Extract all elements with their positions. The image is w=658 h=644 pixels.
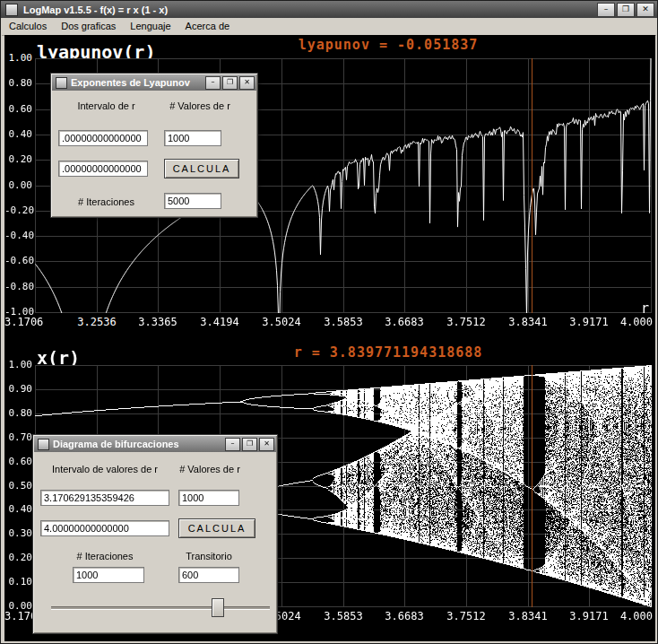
y-tick-label: 0.40 [4,503,32,516]
menubar: Calculos Dos graficas Lenguaje Acerca de [2,18,656,36]
y-tick-label: -0.60 [4,255,32,267]
x-tick-label: 3.6683 [377,610,431,622]
maximize-icon[interactable]: ❐ [242,438,257,451]
r-to-field[interactable] [58,161,148,177]
maximize-icon[interactable]: ❐ [222,76,238,90]
close-icon[interactable]: ✕ [239,76,255,90]
x-tick-label: 3.2536 [70,316,124,328]
x-tick-label: 4.000 [599,610,653,622]
r-slider[interactable] [51,596,270,618]
nvalues-label: # Valores de r [175,464,245,474]
bifurcation-dialog-titlebar[interactable]: Diagrama de bifurcaciones – ❐ ✕ [34,436,276,452]
lyapunov-xlabel: r [641,300,649,317]
calcula-button[interactable]: CALCULA [178,518,255,538]
r-to-field[interactable] [40,520,169,536]
r-from-field[interactable] [58,130,148,146]
nvalues-field[interactable] [164,130,221,146]
y-tick-label: 0.80 [4,407,32,420]
lyapunov-dialog: Exponentes de Lyapunov – ❐ ✕ Intervalo d… [50,73,258,218]
x-tick-label: 4.000 [599,316,653,328]
y-tick-label: 0.70 [4,431,32,444]
y-tick-label: -0.80 [4,281,32,293]
y-tick-label: 0.40 [4,128,32,141]
nvalues-field[interactable] [178,490,239,506]
x-tick-label: 3.5853 [316,610,370,622]
lyapunov-dialog-title: Exponentes de Lyapunov [71,77,203,88]
dialog-icon [38,439,49,450]
calcula-button[interactable]: CALCULA [164,159,239,178]
interval-label: Intervalo de valores de r [39,464,171,474]
iterations-label: # Iteraciones [69,551,141,561]
x-tick-label: 3.3365 [131,316,185,328]
iterations-field[interactable] [73,567,144,583]
iterations-field[interactable] [164,193,221,209]
y-tick-label: -0.40 [4,230,32,242]
y-tick-label: 0.30 [4,527,32,540]
y-tick-label: 0.20 [4,552,32,564]
y-tick-label: 0.90 [4,383,32,396]
x-tick-label: 3.6683 [377,316,431,328]
x-tick-label: 3.1706 [4,316,58,328]
y-tick-label: 0.10 [4,576,32,588]
y-tick-label: 0.50 [4,480,32,492]
x-tick-label: 3.7512 [439,610,493,622]
x-tick-label: 3.7512 [439,316,493,328]
x-tick-label: 3.5024 [255,316,308,328]
minimize-icon[interactable]: – [225,438,240,451]
y-tick-label: 0.60 [4,103,32,116]
x-tick-label: 3.8341 [501,610,555,622]
x-tick-label: 3.8341 [501,316,555,328]
transient-field[interactable] [178,567,239,583]
y-tick-label: 0.60 [4,456,32,468]
slider-thumb[interactable] [212,598,224,617]
iterations-label: # Iteraciones [64,196,149,207]
r-from-field[interactable] [40,490,169,506]
menu-item-dos-graficas[interactable]: Dos graficas [54,18,123,35]
lyapunov-dialog-titlebar[interactable]: Exponentes de Lyapunov – ❐ ✕ [52,74,256,91]
app-icon [5,4,18,16]
bifurcation-plot-title: r = 3.839771194318688 [121,344,655,361]
nvalues-label: # Valores de r [160,100,239,111]
minimize-icon[interactable]: – [597,3,615,17]
y-tick-label: 1.00 [4,52,32,65]
x-tick-label: 3.5853 [316,316,370,328]
minimize-icon[interactable]: – [205,76,221,90]
y-tick-label: 0.20 [4,153,32,166]
y-tick-label: -0.20 [4,205,32,217]
bifurcation-dialog-title: Diagrama de bifurcaciones [53,439,223,449]
menu-item-calculos[interactable]: Calculos [2,18,54,35]
menu-item-lenguaje[interactable]: Lenguaje [123,18,177,35]
interval-label: Intervalo de r [64,100,149,111]
transient-label: Transitorio [178,551,239,561]
window-title: LogMap v1.5.5 - f(x) = r x (1 - x) [23,4,597,15]
titlebar[interactable]: LogMap v1.5.5 - f(x) = r x (1 - x) – ❐ ✕ [1,1,657,18]
app-window: LogMap v1.5.5 - f(x) = r x (1 - x) – ❐ ✕… [0,0,658,644]
y-tick-label: 1.00 [4,359,32,371]
bifurcation-xlabel: r [641,593,649,609]
lyapunov-plot-title: lyapunov = -0.051837 [121,37,655,53]
x-tick-label: 3.4194 [193,316,247,328]
maximize-icon[interactable]: ❐ [617,3,635,17]
dialog-icon [56,77,67,89]
y-tick-label: 0.80 [4,77,32,90]
close-icon[interactable]: ✕ [636,3,654,17]
window-controls: – ❐ ✕ [597,3,654,17]
menu-item-acerca-de[interactable]: Acerca de [178,18,238,35]
slider-track[interactable] [51,606,270,610]
y-tick-label: 0.00 [4,179,32,192]
bifurcation-dialog: Diagrama de bifurcaciones – ❐ ✕ Interval… [32,434,278,634]
close-icon[interactable]: ✕ [259,438,274,451]
